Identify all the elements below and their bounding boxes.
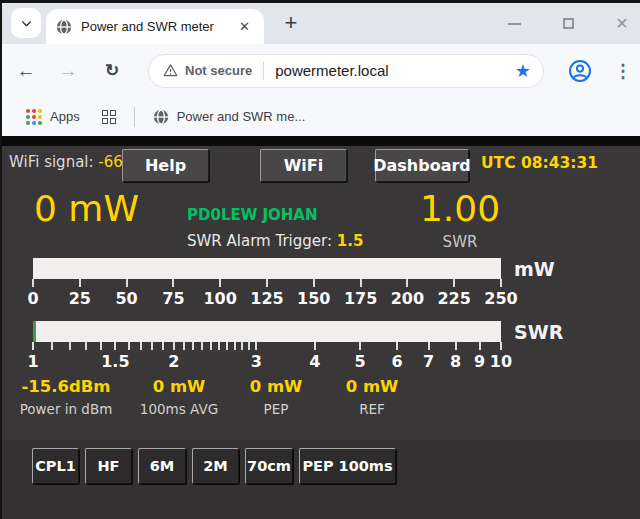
page-top-band: [2, 136, 640, 146]
browser-tab[interactable]: Power and SWR meter ✕: [46, 9, 264, 44]
back-button[interactable]: ←: [12, 60, 40, 82]
scale-tick: [313, 279, 315, 287]
wifi-signal-value: -66: [98, 153, 123, 171]
bookmark-star-icon[interactable]: ★: [515, 60, 531, 82]
footer-button-70cm[interactable]: 70cm: [245, 448, 293, 484]
wifi-button[interactable]: WiFi: [260, 149, 347, 182]
swr-meter: SWR 11.52345678910: [33, 321, 501, 342]
scale-tick: [162, 342, 164, 350]
scale-label: 10: [490, 352, 512, 371]
scale-tick: [79, 279, 81, 287]
scale-label: 25: [69, 289, 91, 308]
scale-tick: [248, 342, 250, 350]
scale-label: 1: [27, 352, 38, 371]
minimize-icon: [508, 23, 521, 25]
tab-close-icon[interactable]: ✕: [235, 17, 254, 36]
scale-label: 0: [27, 289, 38, 308]
power-meter-bar: [33, 258, 501, 279]
apps-grid-icon[interactable]: [26, 109, 42, 125]
security-label[interactable]: Not secure: [185, 63, 252, 78]
scale-label: 175: [344, 289, 377, 308]
footer-button-cpl1[interactable]: CPL1: [32, 448, 79, 484]
scale-tick: [266, 279, 268, 287]
tab-strip: Power and SWR meter ✕ + ✕: [2, 3, 640, 44]
scale-tick: [255, 342, 257, 350]
scale-tick: [453, 279, 455, 287]
scale-tick: [500, 342, 502, 350]
bookmarks-divider: [134, 107, 135, 127]
scale-tick: [173, 342, 175, 350]
scale-label: 75: [162, 289, 184, 308]
scale-tick: [210, 342, 212, 350]
scale-tick: [455, 342, 457, 350]
dashboard-button[interactable]: Dashboard: [375, 149, 469, 182]
swr-alarm-trigger-label: SWR Alarm Trigger:: [187, 232, 332, 250]
tab-groups-icon[interactable]: [102, 110, 116, 124]
scale-tick: [151, 342, 153, 350]
scale-label: 6: [392, 352, 403, 371]
profile-avatar-button[interactable]: [568, 59, 592, 83]
stat-label: REF: [302, 401, 442, 417]
scale-label: 100: [203, 289, 236, 308]
swr-alarm-trigger: SWR Alarm Trigger: 1.5: [187, 232, 363, 250]
scale-tick: [100, 342, 102, 350]
utc-clock: UTC 08:43:31: [481, 154, 598, 172]
forward-button[interactable]: →: [54, 60, 82, 82]
scale-tick: [500, 279, 502, 287]
power-readout: 0 mW: [34, 188, 139, 229]
wifi-signal-label: WiFi signal:: [9, 153, 94, 171]
footer-button-pep-100ms[interactable]: PEP 100ms: [299, 448, 396, 484]
stat-ref: 0 mWREF: [302, 377, 442, 417]
swr-meter-ticks: [33, 342, 501, 351]
scale-tick: [314, 342, 316, 350]
url-text[interactable]: powermeter.local: [275, 62, 515, 79]
window-close-button[interactable]: ✕: [612, 14, 632, 34]
scale-tick: [360, 279, 362, 287]
bookmark-title: Power and SWR me...: [177, 109, 306, 124]
scale-tick: [69, 342, 71, 350]
scale-label: 2: [168, 352, 179, 371]
address-bar[interactable]: Not secure powermeter.local ★: [148, 54, 544, 88]
scale-label: 200: [391, 289, 424, 308]
browser-toolbar: ← → ↻ Not secure powermeter.local ★ ⋮: [2, 44, 640, 97]
page-content: WiFi signal: -66 HelpWiFiDashboard UTC 0…: [2, 136, 640, 519]
bookmarks-bar: Apps Power and SWR me...: [2, 97, 640, 136]
footer-buttons: CPL1HF6M2M70cmPEP 100ms: [32, 448, 396, 484]
scale-tick: [32, 279, 34, 287]
browser-menu-icon[interactable]: ⋮: [608, 60, 638, 82]
swr-readout: 1.00: [409, 188, 511, 229]
apps-label[interactable]: Apps: [50, 109, 80, 124]
footer-button-2m[interactable]: 2M: [192, 448, 239, 484]
footer-button-hf[interactable]: HF: [85, 448, 132, 484]
globe-favicon-icon: [153, 109, 169, 125]
scale-label: 5: [355, 352, 366, 371]
new-tab-button[interactable]: +: [276, 7, 306, 39]
maximize-icon: [563, 18, 574, 29]
reload-button[interactable]: ↻: [98, 60, 126, 81]
help-button[interactable]: Help: [122, 149, 209, 182]
scale-tick: [192, 342, 194, 350]
scale-tick: [128, 342, 130, 350]
scale-tick: [226, 342, 228, 350]
stat-value: 0 mW: [302, 377, 442, 396]
window-maximize-button[interactable]: [558, 14, 578, 34]
profile-icon: [568, 59, 592, 83]
scale-tick: [201, 342, 203, 350]
swr-meter-bar: [33, 321, 501, 342]
scale-label: 150: [297, 289, 330, 308]
footer-button-6m[interactable]: 6M: [138, 448, 186, 484]
scale-tick: [51, 342, 53, 350]
bookmark-item[interactable]: Power and SWR me...: [153, 109, 306, 125]
scale-tick: [218, 342, 220, 350]
scale-tick: [406, 279, 408, 287]
window-minimize-button[interactable]: [504, 14, 524, 34]
swr-meter-fill: [33, 321, 36, 342]
tab-search-button[interactable]: [11, 8, 41, 38]
stats-row: -15.6dBmPower in dBm0 mW100ms AVG0 mWPEP…: [2, 377, 522, 437]
scale-tick: [241, 342, 243, 350]
warning-icon: [163, 63, 178, 78]
scale-label: 9: [474, 352, 485, 371]
scale-tick: [428, 342, 430, 350]
scale-label: 4: [309, 352, 320, 371]
power-meter-ticks: [33, 279, 501, 288]
